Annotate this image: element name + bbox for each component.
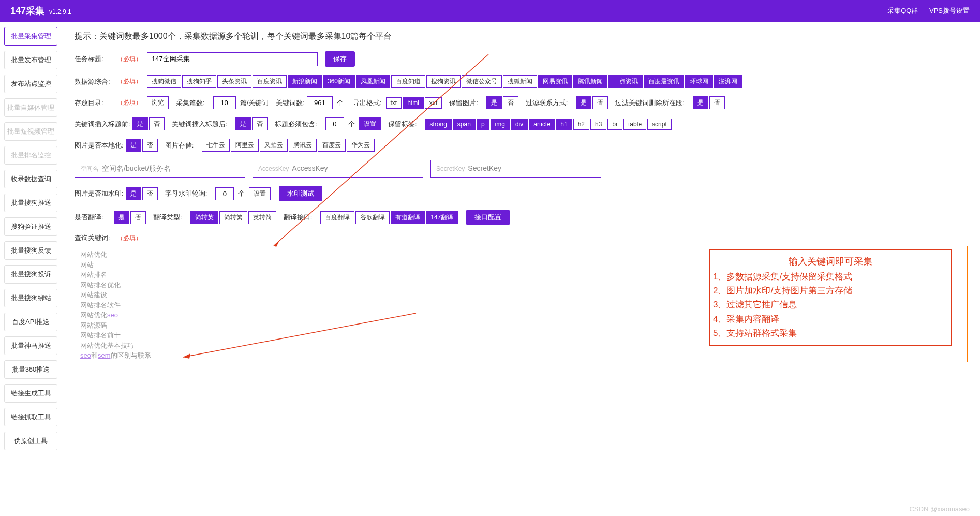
row-data-sources: 数据源综合: （必填） 搜狗微信搜狗知乎头条资讯百度资讯新浪新闻360新闻凤凰新…: [75, 75, 968, 88]
keep-tag[interactable]: script: [647, 119, 672, 130]
datasource-tag[interactable]: 头条资讯: [217, 75, 251, 88]
watermark-rotate-label: 字母水印轮询:: [165, 189, 207, 198]
watermark-yes[interactable]: 是: [126, 187, 141, 200]
watermark-rotate-input[interactable]: [215, 187, 234, 200]
keep-tag[interactable]: img: [491, 119, 510, 130]
insert-before-no[interactable]: 否: [149, 117, 165, 130]
cloud-provider-tag[interactable]: 百度云: [318, 139, 346, 152]
export-format-tag[interactable]: html: [403, 97, 424, 109]
cloud-provider-tag[interactable]: 华为云: [347, 139, 375, 152]
image-localize-no[interactable]: 否: [142, 139, 158, 152]
filter-contact-no[interactable]: 否: [592, 96, 608, 109]
keep-tag[interactable]: table: [623, 119, 646, 130]
collect-count-unit: 篇/关键词: [240, 98, 269, 108]
sidebar-item[interactable]: 批量搜狗反馈: [4, 241, 57, 260]
keep-tag[interactable]: span: [453, 119, 476, 130]
cloud-provider-tag[interactable]: 阿里云: [231, 139, 259, 152]
datasource-tag[interactable]: 搜狗知乎: [182, 75, 216, 88]
datasource-tag[interactable]: 百度资讯: [253, 75, 287, 88]
link-qq-group[interactable]: 采集QQ群: [887, 7, 918, 14]
filter-contact-yes[interactable]: 是: [576, 96, 591, 109]
insert-after-yes[interactable]: 是: [235, 117, 251, 130]
row-cloud-credentials: 空间名空间名/bucket/服务名 AccessKeyAccessKey Sec…: [75, 160, 968, 178]
datasource-tag[interactable]: 环球网: [685, 75, 713, 88]
sidebar-item[interactable]: 批量搜狗绑站: [4, 289, 57, 307]
sidebar-item[interactable]: 发布站点监控: [4, 75, 57, 93]
cloud-provider-tag[interactable]: 七牛云: [202, 139, 230, 152]
keep-tag[interactable]: h1: [556, 119, 572, 130]
api-config-button[interactable]: 接口配置: [466, 210, 510, 225]
keep-tag[interactable]: br: [607, 119, 622, 130]
link-vps-settings[interactable]: VPS拨号设置: [929, 7, 970, 14]
sidebar-item[interactable]: 批量神马推送: [4, 336, 57, 355]
translate-api-tag[interactable]: 百度翻译: [320, 211, 354, 224]
keep-image-no[interactable]: 否: [503, 96, 518, 109]
keep-image-label: 保留图片:: [449, 98, 478, 108]
insert-before-yes[interactable]: 是: [132, 117, 148, 130]
keyword-count-input[interactable]: [307, 96, 333, 109]
translate-type-tag[interactable]: 简转英: [190, 211, 218, 224]
keep-tag[interactable]: p: [477, 119, 489, 130]
image-localize-yes[interactable]: 是: [126, 139, 141, 152]
export-format-tag[interactable]: txt: [386, 97, 402, 109]
keep-tag[interactable]: h2: [573, 119, 589, 130]
save-button[interactable]: 保存: [325, 51, 355, 67]
cloud-provider-tag[interactable]: 腾讯云: [289, 139, 317, 152]
sidebar-item[interactable]: 链接抓取工具: [4, 408, 57, 426]
sidebar-item[interactable]: 批量采集管理: [4, 27, 57, 46]
access-key-input[interactable]: AccessKeyAccessKey: [253, 160, 423, 178]
watermark-rotate-set-button[interactable]: 设置: [249, 187, 271, 200]
keep-tag[interactable]: div: [511, 119, 528, 130]
sidebar-item[interactable]: 批量搜狗推送: [4, 194, 57, 212]
task-title-input[interactable]: [147, 52, 318, 66]
watermark-test-button[interactable]: 水印测试: [279, 186, 322, 201]
datasource-tag[interactable]: 百度最资讯: [644, 75, 684, 88]
datasource-tag[interactable]: 360新闻: [323, 75, 355, 88]
datasource-tag[interactable]: 网易资讯: [538, 75, 572, 88]
datasource-tag[interactable]: 搜狗资讯: [426, 75, 461, 88]
translate-api-tag[interactable]: 谷歌翻译: [355, 211, 390, 224]
translate-type-tag[interactable]: 简转繁: [219, 211, 247, 224]
title-must-input[interactable]: [325, 117, 344, 130]
task-title-label: 任务标题:: [75, 54, 112, 64]
datasource-tag[interactable]: 腾讯新闻: [573, 75, 607, 88]
datasource-tag[interactable]: 新浪新闻: [288, 75, 322, 88]
keep-tag[interactable]: strong: [425, 119, 452, 130]
translate-api-label: 翻译接口:: [284, 213, 313, 222]
sidebar-item[interactable]: 批量搜狗投诉: [4, 265, 57, 284]
insert-after-no[interactable]: 否: [252, 117, 268, 130]
cloud-provider-tag[interactable]: 又拍云: [260, 139, 288, 152]
sidebar-item[interactable]: 链接生成工具: [4, 384, 57, 403]
datasource-tag[interactable]: 凤凰新闻: [356, 75, 390, 88]
watermark-no[interactable]: 否: [142, 187, 158, 200]
datasource-tag[interactable]: 搜狗微信: [147, 75, 181, 88]
filter-delete-yes[interactable]: 是: [693, 96, 708, 109]
datasource-tag[interactable]: 澎湃网: [714, 75, 742, 88]
sidebar-item[interactable]: 收录数据查询: [4, 170, 57, 188]
keep-tag[interactable]: h3: [590, 119, 606, 130]
sidebar-item[interactable]: 伪原创工具: [4, 432, 57, 450]
translate-api-tag[interactable]: 有道翻译: [391, 211, 425, 224]
sidebar-item[interactable]: 批量发布管理: [4, 51, 57, 69]
translate-api-tag[interactable]: 147翻译: [426, 211, 458, 224]
keep-image-yes[interactable]: 是: [486, 96, 502, 109]
browse-button[interactable]: 浏览: [147, 96, 169, 109]
brand-version: v1.2.9.1: [49, 8, 71, 16]
sidebar-item[interactable]: 百度API推送: [4, 313, 57, 331]
export-format-tag[interactable]: xxf: [425, 97, 442, 109]
datasource-tag[interactable]: 微信公众号: [462, 75, 502, 88]
translate-no[interactable]: 否: [130, 211, 146, 224]
datasource-tag[interactable]: 一点资讯: [608, 75, 643, 88]
secret-key-input[interactable]: SecretKeySecretKey: [430, 160, 601, 178]
sidebar-item[interactable]: 搜狗验证推送: [4, 217, 57, 236]
datasource-tag[interactable]: 百度知道: [391, 75, 425, 88]
translate-type-tag[interactable]: 英转简: [248, 211, 276, 224]
sidebar-item[interactable]: 批量360推送: [4, 360, 57, 379]
datasource-tag[interactable]: 搜狐新闻: [503, 75, 537, 88]
keep-tag[interactable]: article: [529, 119, 555, 130]
title-must-set-button[interactable]: 设置: [359, 117, 381, 130]
collect-count-input[interactable]: [213, 96, 236, 109]
space-name-input[interactable]: 空间名空间名/bucket/服务名: [75, 160, 245, 178]
filter-delete-no[interactable]: 否: [709, 96, 725, 109]
translate-yes[interactable]: 是: [114, 211, 129, 224]
